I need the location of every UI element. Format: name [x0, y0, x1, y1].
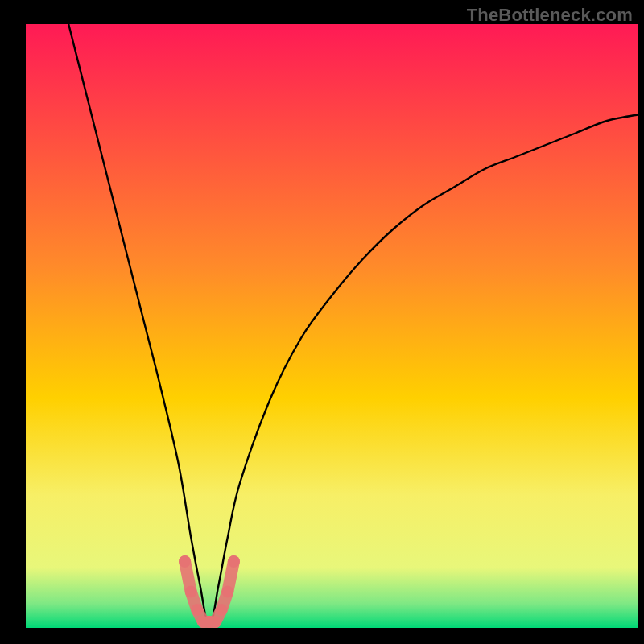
chart-frame: TheBottleneck.com [0, 0, 644, 644]
plot-background [26, 24, 638, 628]
bottleneck-chart [0, 0, 644, 644]
